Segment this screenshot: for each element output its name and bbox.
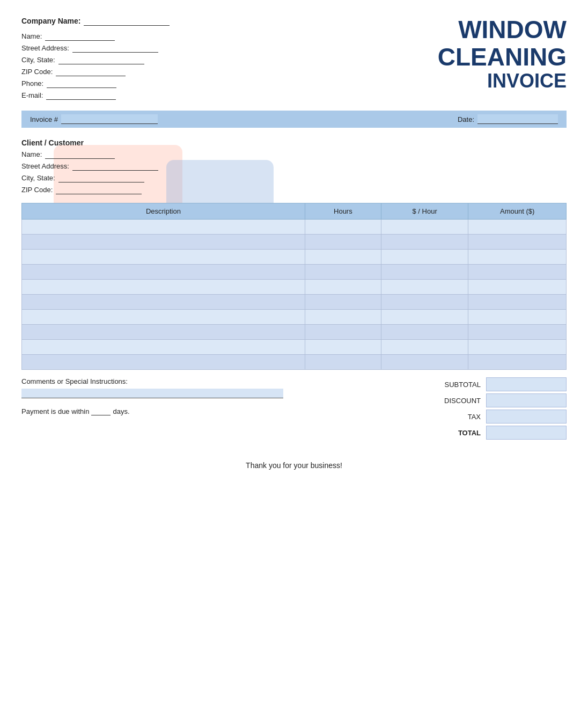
name-label: Name:	[21, 32, 42, 40]
table-cell[interactable]	[305, 340, 381, 355]
client-zip-label: ZIP Code:	[21, 186, 53, 194]
table-cell[interactable]	[381, 250, 468, 265]
main-table: Description Hours $ / Hour Amount ($)	[21, 203, 567, 370]
table-cell[interactable]	[22, 355, 305, 370]
company-name-label: Company Name:	[21, 17, 80, 25]
table-cell[interactable]	[468, 340, 567, 355]
table-row[interactable]	[22, 235, 567, 250]
table-cell[interactable]	[381, 340, 468, 355]
table-cell[interactable]	[22, 220, 305, 235]
client-street-label: Street Address:	[21, 162, 69, 170]
totals-table: SUBTOTAL DISCOUNT TAX TOTAL	[337, 377, 567, 440]
subtotal-label: SUBTOTAL	[438, 381, 481, 389]
total-label: TOTAL	[438, 429, 481, 437]
table-cell[interactable]	[305, 235, 381, 250]
street-address-field[interactable]	[72, 43, 158, 53]
discount-field[interactable]	[486, 393, 567, 407]
footer-section: Comments or Special Instructions: Paymen…	[21, 377, 567, 440]
comments-field[interactable]	[21, 389, 283, 398]
table-cell[interactable]	[305, 355, 381, 370]
client-name-row: Name:	[21, 149, 567, 159]
street-address-row: Street Address:	[21, 43, 438, 53]
table-cell[interactable]	[381, 325, 468, 340]
table-cell[interactable]	[381, 265, 468, 280]
phone-field[interactable]	[47, 78, 116, 88]
total-field[interactable]	[486, 426, 567, 440]
table-row[interactable]	[22, 355, 567, 370]
title-word1: WINDOW	[438, 16, 567, 43]
table-cell[interactable]	[468, 265, 567, 280]
table-cell[interactable]	[22, 310, 305, 325]
name-row: Name:	[21, 31, 438, 41]
comments-area: Comments or Special Instructions: Paymen…	[21, 377, 283, 415]
col-header-hours: Hours	[305, 203, 381, 220]
table-cell[interactable]	[381, 310, 468, 325]
col-header-description: Description	[22, 203, 305, 220]
table-cell[interactable]	[468, 295, 567, 310]
company-name-field[interactable]	[84, 16, 170, 26]
table-cell[interactable]	[381, 235, 468, 250]
payment-label1: Payment is due within	[21, 407, 89, 415]
invoice-num-field[interactable]	[61, 114, 158, 124]
name-field[interactable]	[45, 31, 115, 41]
table-cell[interactable]	[381, 280, 468, 295]
title-word2: CLEANING	[438, 43, 567, 71]
table-cell[interactable]	[468, 280, 567, 295]
company-name-row: Company Name:	[21, 16, 438, 26]
table-row[interactable]	[22, 340, 567, 355]
date-label: Date:	[458, 115, 474, 123]
table-row[interactable]	[22, 310, 567, 325]
table-cell[interactable]	[468, 310, 567, 325]
table-cell[interactable]	[22, 265, 305, 280]
table-row[interactable]	[22, 265, 567, 280]
table-cell[interactable]	[305, 250, 381, 265]
table-row[interactable]	[22, 250, 567, 265]
table-cell[interactable]	[22, 235, 305, 250]
subtotal-row: SUBTOTAL	[337, 377, 567, 391]
header-section: Company Name: Name: Street Address: City…	[21, 16, 567, 102]
main-table-wrapper: template Description Hours $ / Hour Amou…	[21, 203, 567, 370]
tax-field[interactable]	[486, 410, 567, 424]
table-cell[interactable]	[468, 250, 567, 265]
table-cell[interactable]	[468, 235, 567, 250]
table-cell[interactable]	[305, 280, 381, 295]
table-cell[interactable]	[305, 325, 381, 340]
table-cell[interactable]	[22, 250, 305, 265]
date-field[interactable]	[477, 114, 558, 124]
date-section: Date:	[458, 114, 558, 124]
discount-label: DISCOUNT	[438, 397, 481, 405]
table-row[interactable]	[22, 280, 567, 295]
client-street-field[interactable]	[72, 161, 158, 171]
zip-code-field[interactable]	[56, 67, 126, 76]
table-cell[interactable]	[381, 355, 468, 370]
table-cell[interactable]	[305, 265, 381, 280]
table-cell[interactable]	[22, 340, 305, 355]
subtotal-field[interactable]	[486, 377, 567, 391]
email-field[interactable]	[46, 90, 116, 100]
table-cell[interactable]	[468, 220, 567, 235]
table-cell[interactable]	[305, 310, 381, 325]
client-fields-wrapper: Name: Street Address: City, State: ZIP C…	[21, 149, 567, 194]
table-cell[interactable]	[468, 355, 567, 370]
payment-label2: days.	[113, 407, 129, 415]
client-zip-field[interactable]	[56, 185, 142, 194]
table-cell[interactable]	[22, 280, 305, 295]
client-city-field[interactable]	[58, 173, 144, 183]
table-cell[interactable]	[22, 295, 305, 310]
table-cell[interactable]	[468, 325, 567, 340]
table-cell[interactable]	[305, 220, 381, 235]
city-state-field[interactable]	[58, 55, 144, 64]
table-row[interactable]	[22, 220, 567, 235]
invoice-num-label: Invoice #	[30, 115, 58, 123]
payment-days-field[interactable]	[91, 407, 111, 415]
street-address-label: Street Address:	[21, 44, 69, 52]
email-row: E-mail:	[21, 90, 438, 100]
table-cell[interactable]	[22, 325, 305, 340]
invoice-num-section: Invoice #	[30, 114, 158, 124]
table-cell[interactable]	[305, 295, 381, 310]
table-row[interactable]	[22, 295, 567, 310]
table-cell[interactable]	[381, 295, 468, 310]
table-row[interactable]	[22, 325, 567, 340]
client-name-field[interactable]	[45, 149, 115, 159]
table-cell[interactable]	[381, 220, 468, 235]
